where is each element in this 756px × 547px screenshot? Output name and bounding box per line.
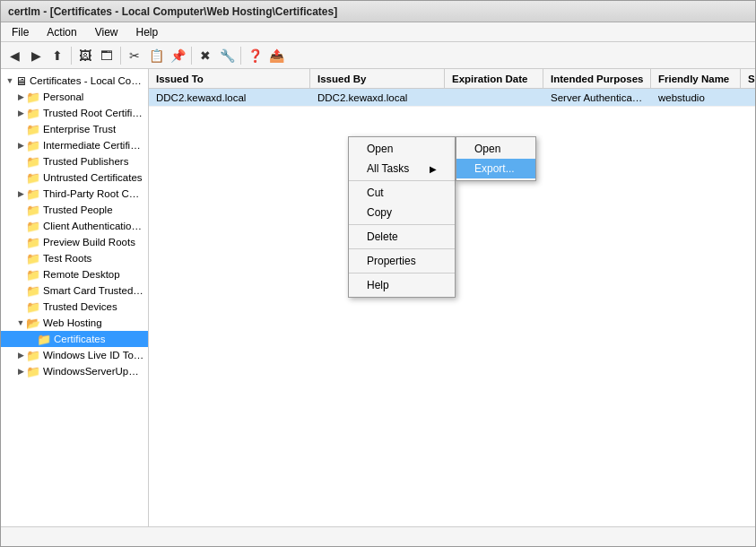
sep3 (191, 47, 192, 65)
col-header-friendly[interactable]: Friendly Name (651, 69, 741, 88)
trusted-devices-label: Trusted Devices (43, 301, 117, 312)
ctx-delete[interactable]: Delete (349, 227, 455, 247)
help-button[interactable]: ❓ (245, 46, 265, 65)
personal-expand-icon: ▶ (15, 92, 26, 101)
untrusted-label: Untrusted Certificates (43, 172, 143, 183)
tree-item-intermediate[interactable]: ▶ 📁 Intermediate Certification Au (1, 137, 148, 153)
menu-file[interactable]: File (4, 24, 36, 40)
tree-item-trusted-pub[interactable]: 📁 Trusted Publishers (1, 153, 148, 169)
test-roots-label: Test Roots (43, 253, 91, 264)
smart-card-expand-icon (15, 286, 26, 295)
tree-item-trusted-people[interactable]: 📁 Trusted People (1, 202, 148, 218)
windows-server-label: WindowsServerUpdateService (43, 366, 144, 377)
enterprise-expand-icon (15, 125, 26, 134)
personal-label: Personal (43, 91, 83, 102)
windows-live-label: Windows Live ID Token Issuer (43, 350, 144, 360)
menu-action[interactable]: Action (39, 24, 83, 40)
tree-item-client-auth[interactable]: 📁 Client Authentication Issuers (1, 218, 148, 234)
ctx-help[interactable]: Help (349, 275, 455, 295)
new-window-button[interactable]: 🗔 (97, 46, 117, 65)
show-hide-button[interactable]: 🖼 (75, 46, 95, 65)
windows-live-folder-icon: 📁 (26, 349, 40, 362)
title-text: certlm - [Certificates - Local Computer\… (8, 5, 337, 18)
up-button[interactable]: ⬆ (48, 46, 67, 65)
tree-item-trusted-devices[interactable]: 📁 Trusted Devices (1, 299, 148, 315)
export-button[interactable]: 📤 (266, 46, 286, 65)
tree-item-enterprise-trust[interactable]: 📁 Enterprise Trust (1, 121, 148, 137)
intermediate-folder-icon: 📁 (26, 139, 40, 152)
third-party-folder-icon: 📁 (26, 187, 40, 201)
intermediate-expand-icon: ▶ (15, 141, 26, 150)
back-button[interactable]: ◀ (4, 46, 24, 65)
preview-build-folder-icon: 📁 (26, 236, 40, 249)
client-auth-label: Client Authentication Issuers (43, 221, 144, 231)
cell-issued-to: DDC2.kewaxd.local (149, 91, 310, 104)
third-party-label: Third-Party Root Certification (43, 188, 144, 199)
cut-button[interactable]: ✂ (125, 46, 144, 65)
tree-item-smart-card[interactable]: 📁 Smart Card Trusted Roots (1, 282, 148, 299)
test-roots-expand-icon (15, 254, 26, 263)
tree-item-test-roots[interactable]: 📁 Test Roots (1, 250, 148, 266)
submenu-export[interactable]: Export... (456, 159, 535, 178)
cell-exp-date (445, 97, 543, 99)
sep4 (240, 47, 241, 65)
trusted-pub-expand-icon (15, 157, 26, 166)
ctx-open[interactable]: Open (349, 139, 455, 159)
tree-item-windows-server[interactable]: ▶ 📁 WindowsServerUpdateService (1, 363, 148, 379)
col-header-status[interactable]: Status (741, 69, 755, 88)
tree-item-untrusted[interactable]: 📁 Untrusted Certificates (1, 169, 148, 186)
sep1 (71, 47, 72, 65)
col-header-issued-by[interactable]: Issued By (310, 69, 445, 88)
table-row[interactable]: DDC2.kewaxd.local DDC2.kewaxd.local Serv… (149, 89, 755, 107)
tree-root[interactable]: ▼ 🖥 Certificates - Local Computer (1, 73, 148, 89)
ctx-all-tasks[interactable]: All Tasks ▶ (349, 159, 455, 178)
web-hosting-expand-icon: ▼ (15, 318, 26, 327)
menu-bar: File Action View Help (1, 22, 755, 42)
remote-desktop-label: Remote Desktop (43, 269, 120, 280)
tree-item-third-party[interactable]: ▶ 📁 Third-Party Root Certification (1, 186, 148, 202)
right-panel: Issued To Issued By Expiration Date Inte… (149, 69, 755, 526)
tree-item-windows-live[interactable]: ▶ 📁 Windows Live ID Token Issuer (1, 347, 148, 363)
paste-button[interactable]: 📌 (168, 46, 187, 65)
copy-button[interactable]: 📋 (146, 46, 166, 65)
delete-button[interactable]: ✖ (196, 46, 215, 65)
ctx-copy[interactable]: Copy (349, 203, 455, 222)
preview-build-expand-icon (15, 238, 26, 247)
client-auth-folder-icon: 📁 (26, 220, 40, 233)
windows-server-expand-icon: ▶ (15, 367, 26, 376)
tree-item-trusted-root[interactable]: ▶ 📁 Trusted Root Certification Au (1, 105, 148, 121)
ctx-cut[interactable]: Cut (349, 183, 455, 203)
col-header-issued-to[interactable]: Issued To (149, 69, 310, 88)
tree-item-personal[interactable]: ▶ 📁 Personal (1, 89, 148, 105)
third-party-expand-icon: ▶ (15, 189, 26, 198)
tree-item-certificates[interactable]: 📁 Certificates (1, 331, 148, 347)
intermediate-label: Intermediate Certification Au (43, 140, 144, 151)
forward-button[interactable]: ▶ (26, 46, 46, 65)
cell-int-purpose: Server Authenticati... (543, 91, 651, 104)
tree-item-web-hosting[interactable]: ▼ 📂 Web Hosting (1, 315, 148, 331)
tree-item-preview-build[interactable]: 📁 Preview Build Roots (1, 234, 148, 250)
list-header: Issued To Issued By Expiration Date Inte… (149, 69, 755, 89)
sep2 (120, 47, 121, 65)
properties-button[interactable]: 🔧 (217, 46, 237, 65)
toolbar: ◀ ▶ ⬆ 🖼 🗔 ✂ 📋 📌 ✖ 🔧 ❓ 📤 (1, 42, 755, 69)
certificates-folder-icon: 📁 (37, 333, 51, 346)
trusted-people-folder-icon: 📁 (26, 204, 40, 217)
ctx-properties[interactable]: Properties (349, 251, 455, 271)
menu-help[interactable]: Help (129, 24, 166, 40)
col-header-int-purpose[interactable]: Intended Purposes (543, 69, 651, 88)
trusted-people-expand-icon (15, 205, 26, 214)
tree-item-remote-desktop[interactable]: 📁 Remote Desktop (1, 266, 148, 282)
col-header-exp-date[interactable]: Expiration Date (445, 69, 543, 88)
tree-panel[interactable]: ▼ 🖥 Certificates - Local Computer ▶ 📁 Pe… (1, 69, 149, 526)
trusted-root-label: Trusted Root Certification Au (43, 108, 144, 118)
remote-desktop-folder-icon: 📁 (26, 268, 40, 282)
windows-live-expand-icon: ▶ (15, 351, 26, 360)
trusted-root-expand-icon: ▶ (15, 109, 26, 117)
enterprise-label: Enterprise Trust (43, 124, 116, 135)
menu-view[interactable]: View (88, 24, 126, 40)
ctx-all-tasks-arrow: ▶ (430, 164, 437, 174)
web-hosting-folder-icon: 📂 (26, 317, 40, 330)
submenu-open[interactable]: Open (456, 139, 535, 159)
smart-card-label: Smart Card Trusted Roots (43, 285, 144, 296)
